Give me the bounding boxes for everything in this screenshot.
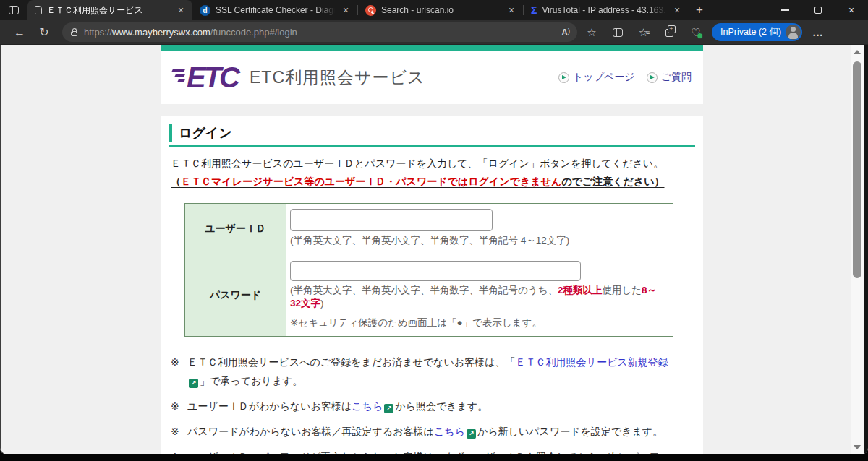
close-tab-icon[interactable]: × (175, 4, 187, 16)
tab-strip: ＥＴＣ利用照会サービス × d SSL Certificate Checker … (0, 0, 868, 20)
questions-link[interactable]: ご質問 (647, 71, 692, 84)
virustotal-icon: Σ (531, 5, 537, 15)
add-favorite-button[interactable]: ☆ (580, 22, 603, 43)
header-gap (161, 104, 703, 116)
scroll-up-icon[interactable] (854, 50, 861, 54)
browser-essentials-button[interactable]: ♡ (684, 22, 707, 43)
page-accent-bar (161, 45, 703, 51)
vertical-scrollbar[interactable] (851, 45, 864, 454)
close-tab-icon[interactable]: × (340, 4, 352, 16)
settings-menu-button[interactable]: … (807, 22, 830, 43)
tab-title: ＥＴＣ利用照会サービス (47, 4, 170, 17)
external-link-icon: ↗ (467, 429, 476, 439)
site-header: ETC ETC利用照会サービス トップページ ご質問 (161, 51, 703, 104)
new-tab-button[interactable]: + (689, 0, 710, 20)
list-item: ※ パスワードがわからないお客様／再設定するお客様はこちら↗から新しいパスワード… (171, 422, 677, 441)
collections-icon (665, 27, 675, 37)
external-link-icon: ↗ (189, 379, 198, 388)
new-registration-link[interactable]: ＥＴＣ利用照会サービス新規登録 (516, 356, 668, 368)
window-controls: × (768, 0, 868, 20)
inprivate-label: InPrivate (2 個) (720, 26, 781, 38)
password-field[interactable] (290, 261, 581, 281)
close-window-button[interactable]: × (835, 0, 868, 20)
external-link-icon: ↗ (384, 404, 393, 413)
user-id-cell: (半角英大文字、半角英小文字、半角数字、半角記号 4～12文字) (286, 204, 673, 254)
back-button[interactable]: ← (9, 22, 30, 43)
maximize-button[interactable] (801, 0, 835, 20)
login-warning: （ＥＴＣマイレージサービス等のユーザーＩＤ・パスワードではログインできませんので… (169, 176, 695, 189)
tab-urlscan[interactable]: Search - urlscan.io × (358, 0, 523, 20)
user-id-note: (半角英大文字、半角英小文字、半角数字、半角記号 4～12文字) (290, 234, 665, 247)
urlscan-icon (365, 5, 376, 16)
tab-title: SSL Certificate Checker - Diagno (216, 5, 335, 15)
green-arrow-icon (647, 72, 658, 83)
forgot-userid-link[interactable]: こちら (352, 400, 383, 412)
lock-icon (71, 31, 77, 36)
logo-mark: ETC (187, 63, 238, 92)
tab-actions-menu-button[interactable] (0, 0, 27, 20)
profile-avatar[interactable] (786, 25, 801, 40)
list-item: ※ ＥＴＣ利用照会サービスへのご登録をまだお済ませでないお客様は、「ＥＴＣ利用照… (171, 353, 677, 390)
login-form-table: ユーザーＩＤ (半角英大文字、半角英小文字、半角数字、半角記号 4～12文字) … (184, 203, 673, 337)
etc-logo: ETC (172, 63, 238, 92)
favorites-hub-button[interactable]: ☆≡ (632, 22, 655, 43)
tab-title: VirusTotal - IP address - 43.163.2 (542, 5, 666, 15)
digicert-icon: d (200, 5, 210, 16)
hub-lines-icon: ≡ (646, 29, 649, 36)
login-heading-rule: ログイン (169, 124, 695, 147)
minimize-icon (781, 9, 789, 10)
read-aloud-button[interactable]: A) (561, 27, 570, 38)
split-screen-icon (613, 28, 623, 37)
maximize-icon (814, 7, 822, 14)
scrollbar-thumb[interactable] (853, 61, 861, 278)
tab-ssl-checker[interactable]: d SSL Certificate Checker - Diagno × (192, 0, 357, 20)
page-content-column: ETC ETC利用照会サービス トップページ ご質問 ログイン ＥＴＣ利用照会サ… (161, 45, 703, 454)
logo-speed-lines (172, 69, 184, 82)
scroll-down-icon[interactable] (854, 445, 861, 449)
tab-etc-service[interactable]: ＥＴＣ利用照会サービス × (27, 0, 192, 20)
collections-button[interactable] (658, 22, 681, 43)
table-row: ユーザーＩＤ (半角英大文字、半角英小文字、半角数字、半角記号 4～12文字) (185, 204, 673, 254)
user-id-field[interactable] (290, 209, 493, 231)
list-item: ※ ユーザーＩＤ、パスワードが両方わからないお客様は、まずユーザーＩＤを照会して… (171, 447, 677, 454)
url-text[interactable]: https://www.mayberryswx.com/funccode.php… (84, 27, 555, 38)
password-label: パスワード (185, 254, 286, 337)
address-bar[interactable]: https://www.mayberryswx.com/funccode.php… (62, 22, 577, 42)
header-links: トップページ ご質問 (558, 71, 692, 84)
refresh-button[interactable]: ↻ (33, 22, 55, 43)
page-viewport: ETC ETC利用照会サービス トップページ ご質問 ログイン ＥＴＣ利用照会サ… (0, 45, 868, 454)
tab-title: Search - urlscan.io (381, 5, 501, 15)
document-icon (35, 6, 42, 14)
list-item: ※ ユーザーＩＤがわからないお客様はこちら↗から照会できます。 (171, 397, 677, 415)
url-path: /funccode.php#/login (210, 27, 297, 38)
split-screen-button[interactable] (606, 22, 629, 43)
tab-virustotal[interactable]: Σ VirusTotal - IP address - 43.163.2 × (524, 0, 689, 20)
browser-window: ＥＴＣ利用照会サービス × d SSL Certificate Checker … (0, 0, 868, 461)
close-tab-icon[interactable]: × (506, 4, 517, 16)
login-instructions: ＥＴＣ利用照会サービスのユーザーＩＤとパスワードを入力して、「ログイン」ボタンを… (169, 158, 695, 171)
user-id-label: ユーザーＩＤ (185, 204, 286, 254)
url-scheme: https:// (84, 27, 112, 38)
window-right-edge (864, 45, 868, 454)
password-security-note: ※セキュリティ保護のため画面上は「●」で表示します。 (290, 316, 665, 329)
password-cell: (半角英大文字、半角英小文字、半角数字、半角記号のうち、2種類以上使用した8～3… (286, 254, 673, 337)
page-title: ログイン (169, 124, 695, 142)
login-panel: ログイン ＥＴＣ利用照会サービスのユーザーＩＤとパスワードを入力して、「ログイン… (161, 116, 703, 454)
site-title: ETC利用照会サービス (250, 66, 425, 89)
browser-toolbar: ← ↻ https://www.mayberryswx.com/funccode… (0, 20, 868, 45)
forgot-password-link[interactable]: こちら (434, 426, 465, 437)
notes-list: ※ ＥＴＣ利用照会サービスへのご登録をまだお済ませでないお客様は、「ＥＴＣ利用照… (171, 353, 695, 454)
close-tab-icon[interactable]: × (671, 4, 683, 16)
warning-red-text: ＥＴＣマイレージサービス等のユーザーＩＤ・パスワードではログインできません (181, 176, 561, 187)
top-page-link[interactable]: トップページ (558, 71, 635, 84)
url-host: www.mayberryswx.com (112, 27, 210, 38)
table-row: パスワード (半角英大文字、半角英小文字、半角数字、半角記号のうち、2種類以上使… (185, 254, 673, 337)
tab-actions-icon (9, 6, 19, 14)
minimize-button[interactable] (768, 0, 801, 20)
password-note: (半角英大文字、半角英小文字、半角数字、半角記号のうち、2種類以上使用した8～3… (290, 284, 665, 310)
green-arrow-icon (558, 72, 569, 83)
inprivate-badge[interactable]: InPrivate (2 個) (712, 23, 802, 41)
